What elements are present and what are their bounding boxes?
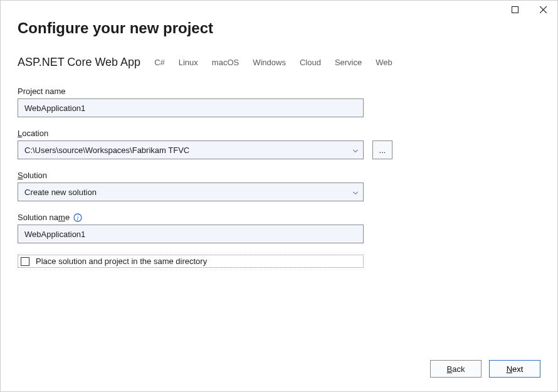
- template-tag: Linux: [179, 58, 198, 67]
- template-tag: Web: [376, 58, 392, 67]
- next-button[interactable]: Next: [489, 360, 540, 378]
- chevron-down-icon: [353, 146, 358, 155]
- maximize-button[interactable]: [501, 1, 529, 18]
- page-title: Configure your new project: [18, 19, 540, 37]
- location-field: Location C:\Users\source\Workspaces\Fabr…: [18, 129, 540, 159]
- back-button[interactable]: Back: [430, 360, 482, 378]
- svg-rect-0: [512, 6, 519, 13]
- chevron-down-icon: [353, 188, 358, 197]
- same-directory-label: Place solution and project in the same d…: [36, 257, 207, 266]
- location-combobox[interactable]: C:\Users\source\Workspaces\Fabrikam TFVC: [18, 140, 364, 159]
- same-directory-checkbox-row[interactable]: Place solution and project in the same d…: [18, 255, 364, 268]
- project-name-value: WebApplication1: [24, 103, 85, 113]
- solution-name-value: WebApplication1: [24, 230, 85, 239]
- back-label: Back: [447, 364, 465, 374]
- svg-text:i: i: [77, 214, 79, 221]
- template-tag: C#: [154, 58, 165, 67]
- project-name-input[interactable]: WebApplication1: [18, 98, 364, 117]
- browse-button[interactable]: ...: [372, 140, 392, 159]
- project-name-label: Project name: [18, 87, 540, 96]
- location-value: C:\Users\source\Workspaces\Fabrikam TFVC: [24, 146, 357, 155]
- solution-value: Create new solution: [24, 188, 357, 197]
- project-name-field: Project name WebApplication1: [18, 87, 540, 117]
- solution-name-input[interactable]: WebApplication1: [18, 225, 364, 243]
- template-tag: Service: [335, 58, 362, 67]
- location-label: Location: [18, 129, 540, 138]
- browse-label: ...: [379, 146, 386, 155]
- same-directory-checkbox[interactable]: [21, 257, 29, 266]
- solution-name-field: Solution name i WebApplication1: [18, 213, 540, 243]
- window-titlebar: [501, 1, 557, 19]
- maximize-icon: [512, 6, 519, 13]
- dialog-content: Configure your new project ASP.NET Core …: [18, 19, 540, 347]
- template-info-row: ASP.NET Core Web App C# Linux macOS Wind…: [18, 56, 540, 69]
- info-icon[interactable]: i: [73, 213, 82, 222]
- solution-label: Solution: [18, 171, 540, 180]
- close-icon: [540, 6, 547, 13]
- template-tag: macOS: [212, 58, 239, 67]
- template-tag: Cloud: [300, 58, 321, 67]
- next-label: Next: [507, 364, 524, 374]
- dialog-footer: Back Next: [430, 360, 540, 378]
- solution-name-label: Solution name i: [18, 213, 540, 222]
- template-tag: Windows: [253, 58, 286, 67]
- template-name: ASP.NET Core Web App: [18, 56, 140, 69]
- solution-combobox[interactable]: Create new solution: [18, 183, 364, 201]
- close-button[interactable]: [529, 1, 557, 18]
- solution-field: Solution Create new solution: [18, 171, 540, 201]
